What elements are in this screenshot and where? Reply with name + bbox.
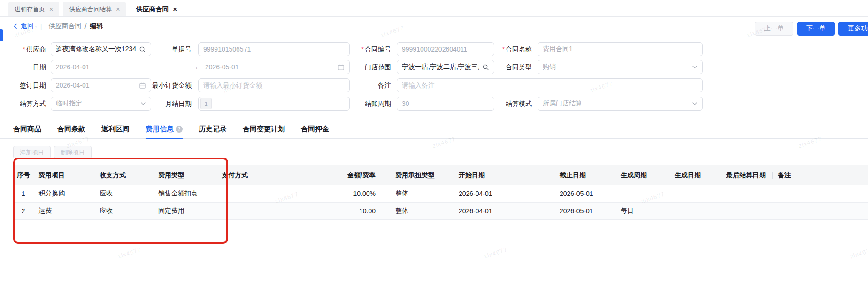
settle-cycle-label: 结账周期 bbox=[324, 97, 391, 111]
table-cell: 1 bbox=[14, 185, 33, 202]
remark-label: 备注 bbox=[324, 78, 391, 92]
column-header-11: 最后结算日期 bbox=[721, 165, 772, 185]
window-tab-home[interactable]: 进销存首页 × bbox=[8, 2, 59, 16]
table-cell: 10.00% bbox=[284, 185, 390, 202]
column-header-4: 支付方式 bbox=[216, 165, 284, 185]
supplier-input[interactable] bbox=[56, 45, 136, 53]
tab-label: 费用信息 bbox=[146, 125, 174, 134]
breadcrumb-page: 编辑 bbox=[90, 22, 103, 30]
watermark: zlx4677 bbox=[117, 246, 142, 260]
add-item-button[interactable]: 添加项目 bbox=[13, 146, 51, 158]
contract-name-input[interactable] bbox=[543, 45, 698, 53]
required-asterisk: * bbox=[502, 45, 505, 53]
table-cell: 2026-05-01 bbox=[554, 202, 615, 220]
min-order-input[interactable] bbox=[203, 82, 345, 89]
toolbar-divider: | bbox=[40, 23, 42, 30]
table-cell bbox=[772, 185, 868, 202]
chevron-down-icon[interactable] bbox=[692, 101, 698, 106]
table-cell: 销售金额扣点 bbox=[153, 185, 216, 202]
min-order-label: 最小订货金额 bbox=[136, 78, 192, 92]
toolbar: 返回 | 供应商合同 / 编辑 bbox=[0, 17, 868, 35]
footer-divider bbox=[0, 272, 868, 285]
table-row[interactable]: 2运费应收固定费用10.00整体2026-04-012026-05-01每日 bbox=[14, 202, 868, 220]
contract-name-field[interactable] bbox=[538, 42, 703, 56]
column-header-3: 费用类型 bbox=[153, 165, 216, 185]
close-icon[interactable]: × bbox=[49, 6, 53, 13]
store-scope-label: 门店范围 bbox=[324, 60, 391, 74]
window-tab-supplier-contract-settle[interactable]: 供应商合同结算 × bbox=[63, 2, 126, 16]
column-header-2: 收支方式 bbox=[94, 165, 153, 185]
table-cell: 2026-04-01 bbox=[453, 185, 554, 202]
table-cell bbox=[721, 202, 772, 220]
table-cell: 10.00 bbox=[284, 202, 390, 220]
delete-item-button[interactable]: 删除项目 bbox=[54, 146, 92, 158]
window-tab-label: 进销存首页 bbox=[15, 5, 45, 14]
watermark: zlx4677 bbox=[849, 246, 868, 260]
tab-label: 历史记录 bbox=[199, 125, 227, 134]
contract-type-select[interactable]: 购销 bbox=[538, 60, 703, 74]
info-icon[interactable]: ? bbox=[176, 126, 183, 133]
tab-label: 合同押金 bbox=[301, 125, 329, 134]
remark-input[interactable] bbox=[402, 82, 698, 89]
table-cell: 固定费用 bbox=[153, 202, 216, 220]
tab-contract-deposit[interactable]: 合同押金 bbox=[301, 120, 329, 139]
window-tab-supplier-contract[interactable]: 供应商合同 × bbox=[130, 2, 183, 16]
tab-contract-terms[interactable]: 合同条款 bbox=[57, 120, 85, 139]
tab-fee-info[interactable]: 费用信息 ? bbox=[146, 120, 183, 139]
sign-date-label: 签订日期 bbox=[0, 78, 46, 92]
chevron-left-icon bbox=[13, 23, 18, 29]
contract-no-label: *合同编号 bbox=[324, 42, 391, 56]
column-header-8: 截止日期 bbox=[554, 165, 615, 185]
table-cell bbox=[669, 185, 721, 202]
table-cell: 2 bbox=[14, 202, 33, 220]
doc-no-input[interactable] bbox=[203, 45, 345, 53]
fee-table: 序号费用项目收支方式费用类型支付方式金额/费率费用承担类型开始日期截止日期生成周… bbox=[14, 165, 868, 220]
chevron-down-icon[interactable] bbox=[692, 64, 698, 70]
more-functions-button[interactable]: 更多功能 bbox=[838, 22, 868, 36]
column-header-12: 备注 bbox=[772, 165, 868, 185]
table-header-row: 序号费用项目收支方式费用类型支付方式金额/费率费用承担类型开始日期截止日期生成周… bbox=[14, 165, 868, 185]
column-header-10: 生成日期 bbox=[669, 165, 721, 185]
month-settle-day-value: 1 bbox=[200, 98, 212, 109]
window-tab-bar: 进销存首页 × 供应商合同结算 × 供应商合同 × bbox=[0, 0, 868, 17]
sign-date-input[interactable] bbox=[56, 82, 136, 89]
tab-label: 合同变更计划 bbox=[243, 125, 285, 134]
column-header-7: 开始日期 bbox=[453, 165, 554, 185]
contract-type-label: 合同类型 bbox=[465, 60, 532, 74]
prev-order-button[interactable]: 上一单 bbox=[755, 22, 793, 36]
table-cell bbox=[216, 202, 284, 220]
breadcrumb-section: 供应商合同 bbox=[48, 22, 81, 30]
table-cell: 整体 bbox=[390, 185, 453, 202]
date-start-value[interactable]: 2026-04-01 bbox=[56, 63, 90, 71]
date-end-value[interactable]: 2026-05-01 bbox=[205, 63, 239, 71]
table-cell: 整体 bbox=[390, 202, 453, 220]
table-cell: 积分换购 bbox=[33, 185, 94, 202]
date-range-field[interactable]: 2026-04-01 → 2026-05-01 bbox=[51, 60, 350, 74]
supplier-label: *供应商 bbox=[0, 42, 46, 56]
table-cell: 2026-04-01 bbox=[453, 202, 554, 220]
column-header-5: 金额/费率 bbox=[284, 165, 390, 185]
table-cell: 应收 bbox=[94, 202, 153, 220]
table-cell: 每日 bbox=[615, 202, 669, 220]
tab-contract-goods[interactable]: 合同商品 bbox=[13, 120, 41, 139]
required-asterisk: * bbox=[361, 45, 364, 53]
tab-history[interactable]: 历史记录 bbox=[199, 120, 227, 139]
back-button[interactable]: 返回 bbox=[13, 22, 34, 30]
table-row[interactable]: 1积分换购应收销售金额扣点10.00%整体2026-04-012026-05-0… bbox=[14, 185, 868, 202]
settle-method-value: 临时指定 bbox=[56, 99, 138, 108]
settle-mode-select[interactable]: 所属门店结算 bbox=[538, 97, 703, 111]
tab-contract-change-plan[interactable]: 合同变更计划 bbox=[243, 120, 285, 139]
close-icon[interactable]: × bbox=[173, 6, 177, 13]
range-arrow-icon: → bbox=[192, 63, 199, 71]
table-cell: 2026-05-01 bbox=[554, 185, 615, 202]
column-header-9: 生成周期 bbox=[615, 165, 669, 185]
table-cell: 运费 bbox=[33, 202, 94, 220]
column-header-6: 费用承担类型 bbox=[390, 165, 453, 185]
remark-field[interactable] bbox=[397, 78, 703, 92]
tab-rebate-range[interactable]: 返利区间 bbox=[101, 120, 130, 139]
close-icon[interactable]: × bbox=[116, 6, 120, 13]
table-cell bbox=[615, 185, 669, 202]
contract-type-value: 购销 bbox=[543, 63, 689, 71]
next-order-button[interactable]: 下一单 bbox=[797, 22, 835, 36]
window-tab-label: 供应商合同 bbox=[136, 5, 169, 14]
